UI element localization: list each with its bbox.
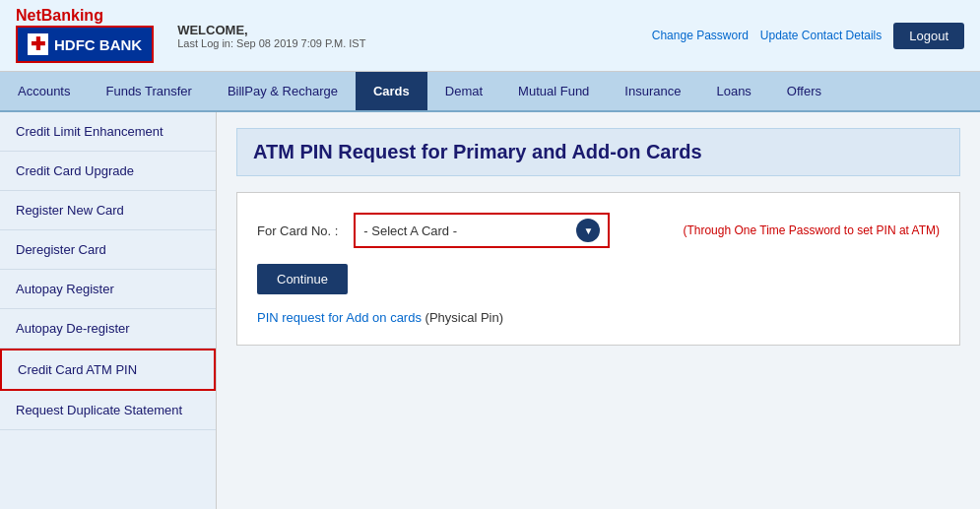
card-select-text: - Select A Card -: [363, 223, 568, 238]
page-title: ATM PIN Request for Primary and Add-on C…: [236, 128, 960, 176]
main-content: ATM PIN Request for Primary and Add-on C…: [217, 112, 980, 509]
nav-offers[interactable]: Offers: [769, 72, 839, 110]
netbanking-label: NetBanking: [16, 8, 154, 24]
logout-button[interactable]: Logout: [893, 23, 964, 49]
sidebar: Credit Limit Enhancement Credit Card Upg…: [0, 112, 217, 509]
logo-area: NetBanking ✚ HDFC BANK: [16, 8, 154, 63]
nav-demat[interactable]: Demat: [427, 72, 500, 110]
nav-cards[interactable]: Cards: [356, 72, 427, 110]
bank-name-label: HDFC BANK: [54, 36, 142, 53]
header-actions: Change Password Update Contact Details L…: [652, 23, 964, 49]
update-contact-link[interactable]: Update Contact Details: [760, 29, 882, 42]
last-login-text: Last Log in: Sep 08 2019 7:09 P.M. IST: [177, 37, 652, 49]
nav-bar: Accounts Funds Transfer BillPay & Rechar…: [0, 72, 980, 112]
sidebar-item-credit-card-atm-pin[interactable]: Credit Card ATM PIN: [0, 349, 216, 391]
addon-cards-link[interactable]: PIN request for Add on cards: [257, 310, 422, 325]
sidebar-item-deregister-card[interactable]: Deregister Card: [0, 230, 216, 270]
card-select-wrapper[interactable]: - Select A Card - ▼: [354, 213, 610, 248]
sidebar-item-credit-limit[interactable]: Credit Limit Enhancement: [0, 112, 216, 152]
nav-insurance[interactable]: Insurance: [607, 72, 698, 110]
addon-pin-row: PIN request for Add on cards (Physical P…: [257, 310, 940, 325]
sidebar-item-duplicate-statement[interactable]: Request Duplicate Statement: [0, 391, 216, 430]
sidebar-item-register-new-card[interactable]: Register New Card: [0, 191, 216, 230]
continue-button[interactable]: Continue: [257, 264, 348, 294]
nav-accounts[interactable]: Accounts: [0, 72, 88, 110]
continue-row: Continue: [257, 264, 940, 310]
logo-block: NetBanking ✚ HDFC BANK: [16, 8, 154, 63]
otp-note: (Through One Time Password to set PIN at…: [625, 223, 940, 239]
welcome-area: WELCOME, Last Log in: Sep 08 2019 7:09 P…: [154, 23, 652, 49]
nav-billpay[interactable]: BillPay & Recharge: [210, 72, 356, 110]
nav-loans[interactable]: Loans: [698, 72, 768, 110]
for-card-label: For Card No. :: [257, 223, 338, 238]
welcome-title: WELCOME,: [177, 23, 652, 37]
dropdown-arrow-icon[interactable]: ▼: [576, 219, 600, 242]
hdfc-bank-logo: ✚ HDFC BANK: [16, 26, 154, 63]
nav-mutual-fund[interactable]: Mutual Fund: [500, 72, 607, 110]
card-selection-row: For Card No. : - Select A Card - ▼ (Thro…: [257, 213, 940, 248]
sidebar-item-autopay-register[interactable]: Autopay Register: [0, 270, 216, 309]
hdfc-cross-icon: ✚: [28, 33, 48, 55]
main-layout: Credit Limit Enhancement Credit Card Upg…: [0, 112, 980, 509]
sidebar-item-credit-card-upgrade[interactable]: Credit Card Upgrade: [0, 152, 216, 191]
physical-pin-label: (Physical Pin): [425, 310, 503, 325]
form-card: For Card No. : - Select A Card - ▼ (Thro…: [236, 192, 960, 346]
page-header: NetBanking ✚ HDFC BANK WELCOME, Last Log…: [0, 0, 980, 72]
sidebar-item-autopay-deregister[interactable]: Autopay De-register: [0, 309, 216, 349]
change-password-link[interactable]: Change Password: [652, 29, 749, 42]
nav-funds-transfer[interactable]: Funds Transfer: [88, 72, 209, 110]
